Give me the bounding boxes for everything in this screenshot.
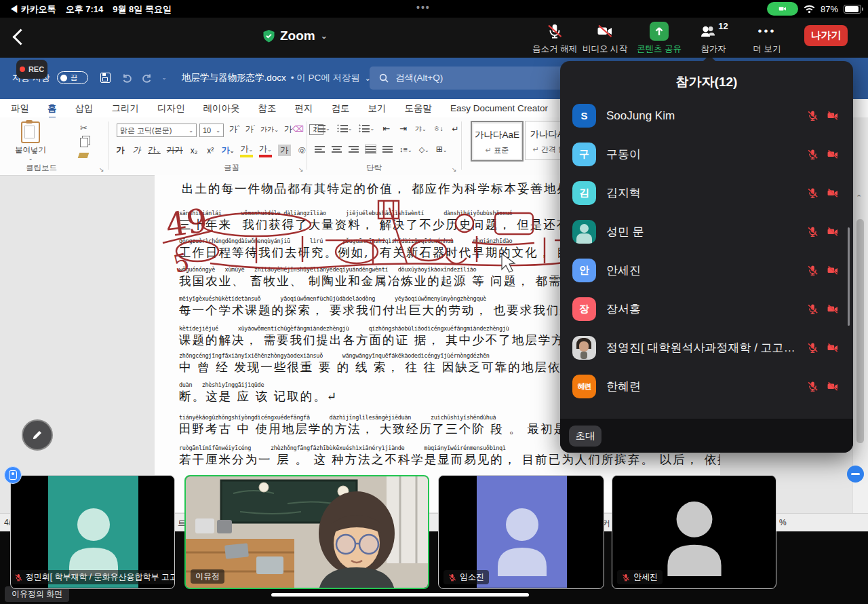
participant-row[interactable]: 성민 문 [572, 212, 840, 251]
multitask-dots-icon[interactable]: ••• [416, 2, 431, 13]
highlight-button[interactable]: 가⌄ [240, 143, 253, 157]
font-name-select[interactable]: 맑은 고딕(본문)⌄ [117, 124, 197, 137]
superscript-button[interactable]: x² [205, 146, 216, 155]
format-painter-button[interactable] [78, 153, 90, 158]
align-left-button[interactable] [315, 145, 325, 153]
video-tile[interactable]: 임소진 [438, 475, 604, 589]
redo-icon[interactable] [140, 73, 153, 83]
start-video-button[interactable]: 비디오 시작 [578, 22, 632, 55]
tile-name-label: 정민휘[ 학부재학 / 문화유산융합학부 고고미술사학전공 ] [10, 570, 175, 584]
participant-row[interactable]: 안 안세진 [572, 251, 840, 290]
scrollbar-thumb[interactable] [856, 219, 864, 443]
ribbon-collapse-icon[interactable]: ⌃ [856, 193, 862, 202]
distribute-button[interactable] [382, 145, 393, 153]
meeting-title[interactable]: Zoom ⌄ [263, 29, 328, 43]
document-scrollbar[interactable]: ⌃ [852, 117, 868, 513]
tab-view[interactable]: 보기 [368, 102, 387, 115]
tab-design[interactable]: 디자인 [157, 102, 185, 115]
invite-button[interactable]: 초대 [569, 426, 601, 447]
line-spacing-button[interactable]: ↕≡⌄ [399, 145, 412, 153]
tab-draw[interactable]: 그리기 [112, 102, 140, 115]
ios-status-bar: ◀ 카카오톡 오후 7:14 9월 8일 목요일 ••• 87% [0, 0, 868, 18]
tab-review[interactable]: 검토 [332, 102, 350, 115]
participant-row[interactable]: 구 구동이 [572, 135, 840, 174]
avatar-photo [572, 336, 596, 360]
justify-button[interactable] [366, 145, 376, 153]
sort-button[interactable]: ㅎ↓ [433, 124, 443, 134]
tab-help[interactable]: 도움말 [405, 102, 433, 115]
video-tile[interactable]: 안세진 [612, 475, 776, 589]
tab-mailings[interactable]: 편지 [295, 102, 313, 115]
unmute-button[interactable]: 음소거 해제 [528, 22, 582, 55]
tab-references[interactable]: 참조 [258, 102, 277, 115]
participant-row[interactable]: 혜련 한혜련 [572, 367, 840, 406]
copy-button[interactable] [80, 138, 88, 147]
collapse-videos-button[interactable] [847, 466, 864, 483]
bold-button[interactable]: 가 [115, 145, 125, 156]
multilevel-list-button[interactable]: ⌄ [359, 124, 374, 133]
style-normal[interactable]: 가나다AaE ↵ 표준 [471, 121, 524, 162]
participant-row[interactable]: S SooJung Kim [572, 96, 840, 135]
camera-muted-icon [826, 110, 840, 121]
font-color-button[interactable]: 가⌄ [259, 143, 272, 157]
tab-file[interactable]: 파일 [11, 102, 29, 115]
underline-button[interactable]: 간⌄ [148, 145, 161, 156]
thumbnail-toggle-button[interactable] [4, 466, 22, 484]
shrink-font-button[interactable]: 가ˇ [245, 124, 255, 135]
undo-icon[interactable] [121, 73, 134, 83]
camera-muted-icon [597, 23, 613, 39]
numbered-list-button[interactable]: ⌄ [337, 124, 353, 133]
strikethrough-button[interactable]: 가가 [167, 145, 183, 156]
back-chevron-icon[interactable] [12, 29, 28, 45]
borders-button[interactable]: ⊞⌄ [436, 145, 448, 154]
align-right-button[interactable] [349, 145, 359, 153]
subscript-button[interactable]: x₂ [189, 146, 199, 155]
enclose-characters-button[interactable]: ㉧ [297, 145, 307, 155]
shading-button[interactable]: ◇⌄ [419, 145, 429, 154]
clear-formatting-button[interactable]: 가⌫ [284, 124, 304, 135]
decrease-indent-button[interactable]: ⇤ [381, 124, 391, 134]
tab-easy-document-creator[interactable]: Easy Document Creator [450, 103, 548, 113]
participant-row[interactable]: 장 장서홍 [572, 290, 840, 328]
paragraph-dialog-launcher-icon[interactable]: ↘ [452, 166, 457, 173]
search-input[interactable]: 검색(Alt+Q) [370, 67, 573, 90]
share-content-button[interactable]: 콘텐츠 공유 [632, 22, 686, 55]
toolbar-options-chevron-icon[interactable]: ⌄ [162, 75, 167, 81]
tab-home[interactable]: 홈 [47, 102, 57, 115]
video-tile[interactable]: 정민휘[ 학부재학 / 문화유산융합학부 고고미술사학전공 ] [10, 475, 175, 589]
font-group-label: 글꼴 [224, 163, 239, 173]
bullet-list-button[interactable]: ⌄ [315, 124, 330, 133]
cut-button[interactable]: ✂ [80, 123, 87, 133]
paragraph-group-label: 단락 [366, 163, 382, 173]
clipboard-dialog-launcher-icon[interactable]: ↘ [99, 166, 104, 173]
camera-muted-icon [826, 265, 840, 276]
increase-indent-button[interactable]: ⇥ [398, 124, 408, 134]
participants-button[interactable]: 12 참가자 [686, 22, 741, 55]
more-button[interactable]: ••• 더 보기 [740, 22, 794, 55]
char-shading-button[interactable]: 가 [278, 145, 291, 156]
annotate-pencil-button[interactable] [22, 419, 53, 451]
text-effects-button[interactable]: 가⌄ [222, 145, 235, 156]
save-icon[interactable] [100, 73, 111, 83]
tab-insert[interactable]: 삽입 [75, 102, 94, 115]
asian-layout-button[interactable]: 갸⌄ [415, 124, 427, 134]
change-case-button[interactable]: 가가⌄ [260, 125, 279, 134]
grow-font-button[interactable]: 가^ [229, 124, 239, 135]
video-tile-active-speaker[interactable]: 이유정 [184, 475, 429, 589]
participant-row[interactable]: 김 김지혁 [572, 174, 840, 212]
align-center-button[interactable] [332, 145, 342, 153]
participant-name: 장서홍 [606, 301, 797, 317]
italic-button[interactable]: 가 [132, 145, 142, 156]
font-dialog-launcher-icon[interactable]: ↘ [298, 166, 304, 173]
show-paragraph-marks-button[interactable]: ↵ [450, 124, 460, 134]
participant-row[interactable]: 정영진[ 대학원석사과정재학 / 고고미술… [572, 328, 840, 367]
home-indicator[interactable] [271, 593, 529, 597]
avatar-silhouette-icon [488, 496, 556, 576]
paste-button[interactable]: 붙여넣기 ⌄ [15, 121, 46, 162]
back-to-app-label[interactable]: ◀ 카카오톡 [9, 3, 56, 16]
autosave-toggle[interactable]: 끔 [57, 71, 88, 84]
font-size-select[interactable]: 10⌄ [199, 124, 224, 137]
leave-meeting-button[interactable]: 나가기 [804, 25, 848, 46]
panel-scrollbar[interactable] [848, 227, 850, 326]
tab-layout[interactable]: 레이아웃 [203, 102, 240, 115]
